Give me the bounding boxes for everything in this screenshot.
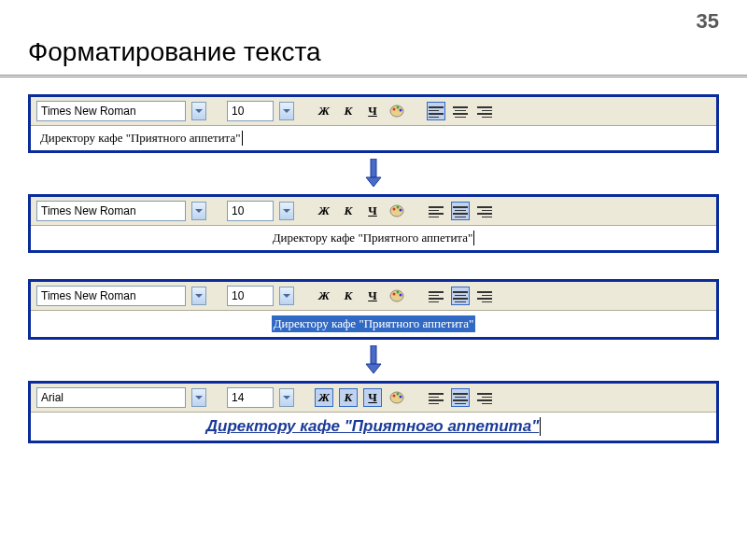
panels-container: Times New Roman 10 Ж К Ч Директору кафе … xyxy=(0,94,747,443)
svg-point-19 xyxy=(400,396,402,399)
palette-icon xyxy=(388,287,405,304)
chevron-down-icon xyxy=(195,294,203,298)
font-select[interactable]: Times New Roman xyxy=(36,101,186,121)
align-center-button[interactable] xyxy=(451,102,470,120)
palette-icon xyxy=(388,389,405,406)
svg-point-17 xyxy=(393,395,396,398)
size-dropdown-btn[interactable] xyxy=(279,102,294,120)
color-button[interactable] xyxy=(388,202,406,220)
document-text[interactable]: Директору кафе "Приятного аппетита" xyxy=(40,131,243,146)
panel-4: Arial 14 Ж К Ч Директору кафе "Приятного… xyxy=(28,381,719,443)
align-right-icon xyxy=(477,391,492,404)
italic-button[interactable]: К xyxy=(339,102,358,120)
svg-point-9 xyxy=(400,209,402,212)
align-right-icon xyxy=(477,289,492,302)
font-dropdown-btn[interactable] xyxy=(191,388,206,407)
align-center-icon xyxy=(453,105,468,118)
size-value: 10 xyxy=(232,204,244,217)
svg-point-1 xyxy=(393,108,396,111)
align-center-icon xyxy=(453,204,468,217)
font-value: Times New Roman xyxy=(41,105,136,118)
font-dropdown-btn[interactable] xyxy=(191,202,206,220)
svg-point-13 xyxy=(400,294,402,297)
align-left-icon xyxy=(429,391,444,404)
text-content-row: Директору кафе "Приятного аппетита" xyxy=(31,311,716,337)
align-right-button[interactable] xyxy=(475,202,494,220)
color-button[interactable] xyxy=(388,102,406,120)
svg-rect-4 xyxy=(371,159,376,177)
size-select[interactable]: 14 xyxy=(227,387,274,408)
text-content-row: Директору кафе "Приятного аппетита" xyxy=(31,226,716,250)
bold-button[interactable]: Ж xyxy=(315,102,333,120)
bold-button[interactable]: Ж xyxy=(315,287,333,305)
text-content-row: Директору кафе "Приятного аппетита" xyxy=(31,126,716,150)
svg-marker-15 xyxy=(366,364,381,373)
size-dropdown-btn[interactable] xyxy=(279,388,294,407)
svg-point-12 xyxy=(397,291,400,294)
align-left-button[interactable] xyxy=(427,287,445,305)
chevron-down-icon xyxy=(283,109,290,113)
chevron-down-icon xyxy=(195,209,203,213)
underline-button[interactable]: Ч xyxy=(363,287,382,305)
chevron-down-icon xyxy=(195,109,203,113)
document-text[interactable]: Директору кафе "Приятного аппетита" xyxy=(273,231,475,245)
align-center-button[interactable] xyxy=(451,287,470,305)
text-content-row: Директору кафе "Приятного аппетита" xyxy=(31,413,716,441)
align-left-icon xyxy=(429,204,444,217)
svg-point-2 xyxy=(397,106,400,109)
chevron-down-icon xyxy=(283,294,290,298)
arrow-down xyxy=(28,345,719,375)
align-left-button[interactable] xyxy=(427,202,445,220)
align-left-button[interactable] xyxy=(427,102,445,120)
font-dropdown-btn[interactable] xyxy=(191,287,206,305)
color-button[interactable] xyxy=(388,388,406,407)
palette-icon xyxy=(388,203,405,219)
align-right-button[interactable] xyxy=(475,287,494,305)
toolbar: Times New Roman 10 Ж К Ч xyxy=(31,282,716,311)
size-value: 10 xyxy=(232,289,244,302)
font-select[interactable]: Times New Roman xyxy=(36,286,186,306)
page-number: 35 xyxy=(697,9,719,34)
size-select[interactable]: 10 xyxy=(227,201,274,221)
toolbar: Times New Roman 10 Ж К Ч xyxy=(31,97,716,126)
toolbar: Times New Roman 10 Ж К Ч xyxy=(31,197,716,226)
size-dropdown-btn[interactable] xyxy=(279,287,294,305)
font-select[interactable]: Times New Roman xyxy=(36,201,186,221)
font-value: Times New Roman xyxy=(41,204,136,217)
document-text-selected[interactable]: Директору кафе "Приятного аппетита" xyxy=(272,315,476,332)
panel-1: Times New Roman 10 Ж К Ч Директору кафе … xyxy=(28,94,719,153)
size-select[interactable]: 10 xyxy=(227,286,274,306)
font-value: Times New Roman xyxy=(41,289,136,302)
slide-title: Форматирование текста xyxy=(0,0,747,77)
size-select[interactable]: 10 xyxy=(227,101,274,121)
toolbar: Arial 14 Ж К Ч xyxy=(31,384,716,413)
italic-button[interactable]: К xyxy=(339,287,358,305)
chevron-down-icon xyxy=(283,209,290,213)
color-button[interactable] xyxy=(388,287,406,305)
align-right-button[interactable] xyxy=(475,388,494,407)
underline-button[interactable]: Ч xyxy=(363,202,382,220)
align-right-button[interactable] xyxy=(475,102,494,120)
font-value: Arial xyxy=(41,391,63,404)
font-dropdown-btn[interactable] xyxy=(191,102,206,120)
svg-point-11 xyxy=(393,293,396,296)
chevron-down-icon xyxy=(195,396,203,399)
svg-rect-14 xyxy=(371,345,376,364)
font-select[interactable]: Arial xyxy=(36,387,186,408)
underline-button[interactable]: Ч xyxy=(363,388,382,407)
document-text-formatted[interactable]: Директору кафе "Приятного аппетита" xyxy=(206,417,541,436)
underline-button[interactable]: Ч xyxy=(363,102,382,120)
italic-button[interactable]: К xyxy=(339,202,358,220)
svg-point-18 xyxy=(397,393,400,396)
align-right-icon xyxy=(477,204,492,217)
align-center-button[interactable] xyxy=(451,388,470,407)
bold-button[interactable]: Ж xyxy=(315,388,333,407)
size-value: 10 xyxy=(232,105,244,118)
align-left-button[interactable] xyxy=(427,388,445,407)
align-center-icon xyxy=(453,289,468,302)
align-center-button[interactable] xyxy=(451,202,470,220)
align-right-icon xyxy=(477,105,492,118)
bold-button[interactable]: Ж xyxy=(315,202,333,220)
italic-button[interactable]: К xyxy=(339,388,358,407)
size-dropdown-btn[interactable] xyxy=(279,202,294,220)
